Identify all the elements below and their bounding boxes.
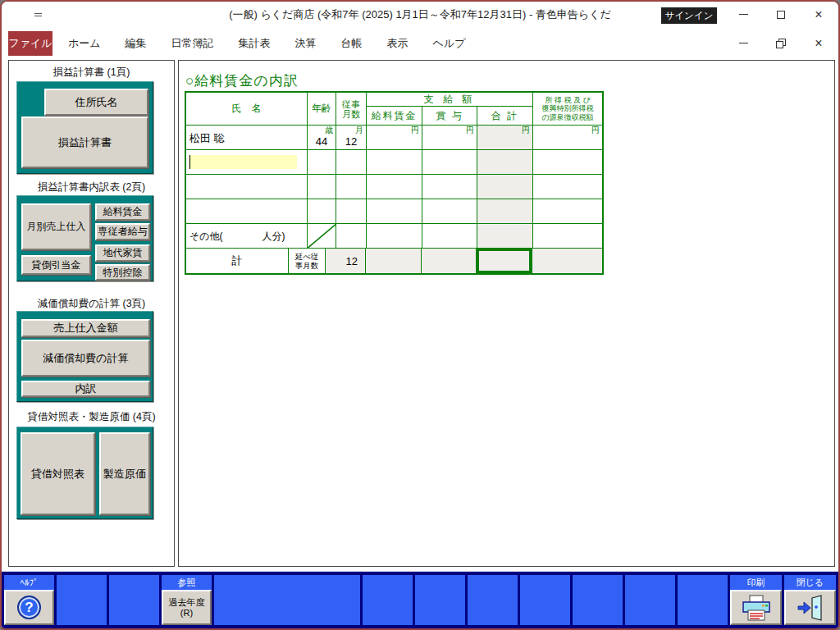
cell-salary-3[interactable] [367, 175, 422, 199]
signin-button[interactable]: サインイン [661, 7, 717, 24]
fkey-empty-slot [625, 575, 675, 625]
minimize-button[interactable] [724, 2, 762, 27]
cell-bonus-1[interactable]: 円 [422, 126, 477, 149]
bad-debt-button[interactable]: 貸倒引当金 [21, 255, 91, 275]
col-header-bonus: 賞 与 [422, 107, 477, 125]
past-years-button[interactable]: 過去年度(R) [162, 590, 212, 625]
special-deduction-button[interactable]: 特別控除 [95, 264, 150, 281]
col-header-total: 合 計 [477, 107, 532, 125]
menu-settlement[interactable]: 決算 [283, 31, 329, 56]
close-form-button[interactable] [784, 590, 836, 625]
manufacturing-cost-button[interactable]: 製造原価 [99, 432, 150, 515]
cell-others-age [308, 224, 336, 248]
col-header-payment: 支 給 額 [367, 93, 532, 107]
doc-close-button[interactable]: × [800, 30, 838, 56]
cell-months-4[interactable] [336, 199, 367, 223]
cell-others-label[interactable]: その他( 人分) [186, 224, 308, 248]
print-button[interactable] [730, 590, 782, 625]
pl-statement-button[interactable]: 損益計算書 [21, 116, 148, 168]
fkey-empty-slot [57, 575, 107, 625]
cell-name-1[interactable]: 松田 聡 [186, 126, 308, 149]
balance-sheet-button[interactable]: 貸借対照表 [21, 432, 95, 515]
address-name-button[interactable]: 住所氏名 [44, 89, 148, 116]
cell-months-2[interactable] [336, 150, 367, 174]
fkey-reference-slot: 参照 過去年度(R) [162, 575, 212, 625]
cell-name-3[interactable] [186, 175, 308, 199]
panel-depreciation: 売上仕入金額 減価償却費の計算 内訳 [16, 311, 153, 402]
cell-name-4[interactable] [186, 199, 308, 223]
cell-salary-2[interactable] [367, 150, 422, 174]
cell-months-3[interactable] [336, 175, 367, 199]
depreciation-calc-button[interactable]: 減価償却費の計算 [21, 340, 150, 377]
menu-file-tab[interactable]: ファイル [8, 31, 52, 56]
doc-minimize-button[interactable] [724, 30, 762, 56]
app-window: (一般) らくだ商店 (令和7年 (2025) 1月1日～令和7年12月31日)… [0, 0, 840, 630]
restore-icon [776, 39, 786, 48]
cell-bonus-2[interactable] [422, 150, 477, 174]
cell-others-tax[interactable] [533, 224, 602, 248]
cell-total-label: 計 [186, 249, 289, 273]
cell-age-1[interactable]: 歳44 [308, 126, 336, 149]
doc-restore-button[interactable] [762, 30, 800, 56]
panel-pl-detail: 月別売上仕入 給料賃金 専従者給与 地代家賃 特別控除 貸倒引当金 [16, 195, 153, 281]
fkey-close-slot: 閉じる [784, 575, 836, 625]
fkey-reference-label: 参照 [162, 575, 212, 590]
minimize-icon [739, 14, 748, 15]
sales-purchase-amount-button[interactable]: 売上仕入金額 [21, 319, 150, 337]
monthly-sales-button[interactable]: 月別売上仕入 [21, 203, 91, 250]
table-row-employee2 [186, 150, 602, 175]
family-employee-button[interactable]: 専従者給与 [95, 223, 150, 240]
cell-grand-bonus [422, 249, 477, 273]
close-button[interactable]: × [800, 2, 838, 27]
cell-months-1[interactable]: 月12 [336, 126, 367, 149]
cell-tax-2[interactable] [533, 150, 602, 174]
cell-bonus-3[interactable] [422, 175, 477, 199]
menu-daily-bookkeeping[interactable]: 日常簿記 [159, 31, 226, 56]
cell-total-3 [477, 175, 533, 199]
cell-others-salary[interactable] [367, 224, 422, 248]
exit-door-icon [797, 595, 824, 621]
cell-salary-1[interactable]: 円 [367, 126, 422, 149]
menu-view[interactable]: 表示 [375, 31, 421, 56]
active-input-highlight [189, 155, 297, 169]
menu-ledger[interactable]: 台帳 [329, 31, 375, 56]
cell-bonus-4[interactable] [422, 199, 477, 223]
cell-tax-4[interactable] [533, 199, 602, 223]
fkey-empty-slot [678, 575, 728, 625]
cell-name-2-active-input[interactable] [186, 150, 308, 174]
cell-total-months-label: 延べ従事月数 [289, 249, 326, 273]
menu-edit[interactable]: 編集 [113, 31, 159, 56]
table-row-others: その他( 人分) [186, 224, 602, 249]
fkey-close-label: 閉じる [784, 575, 836, 590]
maximize-button[interactable] [762, 2, 800, 27]
fkey-help-label: ﾍﾙﾌﾟ [4, 575, 54, 590]
cell-others-months[interactable] [336, 224, 367, 248]
fkey-empty-slot [468, 575, 518, 625]
cell-grand-tax [532, 249, 602, 273]
help-button[interactable]: ? [4, 590, 54, 625]
cell-salary-4[interactable] [367, 199, 422, 223]
salary-wages-button[interactable]: 給料賃金 [95, 203, 150, 221]
cell-total-1: 円 [477, 126, 533, 149]
cell-others-bonus[interactable] [422, 224, 477, 248]
cell-tax-3[interactable] [533, 175, 602, 199]
menu-help[interactable]: ヘルプ [421, 31, 478, 56]
fkey-empty-slot [520, 575, 570, 625]
cell-age-2[interactable] [308, 150, 336, 174]
menu-summary[interactable]: 集計表 [226, 31, 283, 56]
cell-total-months-value: 12 [326, 249, 366, 273]
cell-age-3[interactable] [308, 175, 336, 199]
diagonal-strike [308, 224, 336, 248]
cell-grand-salary [366, 249, 422, 273]
cell-tax-1[interactable]: 円 [533, 126, 602, 149]
col-header-tax: 所 得 税 及 び復興特別所得税の源泉徴収税額 [533, 93, 602, 125]
breakdown-button[interactable]: 内訳 [21, 381, 150, 397]
table-row-employee1: 松田 聡 歳44 月12 円 円 円 円 [186, 126, 602, 150]
land-rent-button[interactable]: 地代家賃 [95, 244, 150, 262]
menu-home[interactable]: ホーム [56, 31, 113, 56]
fkey-empty-slot [109, 575, 159, 625]
cell-age-4[interactable] [308, 199, 336, 223]
col-header-name: 氏 名 [186, 93, 308, 125]
cell-grand-total-focused[interactable] [477, 249, 532, 273]
fkey-empty-slot-wide [214, 575, 360, 625]
